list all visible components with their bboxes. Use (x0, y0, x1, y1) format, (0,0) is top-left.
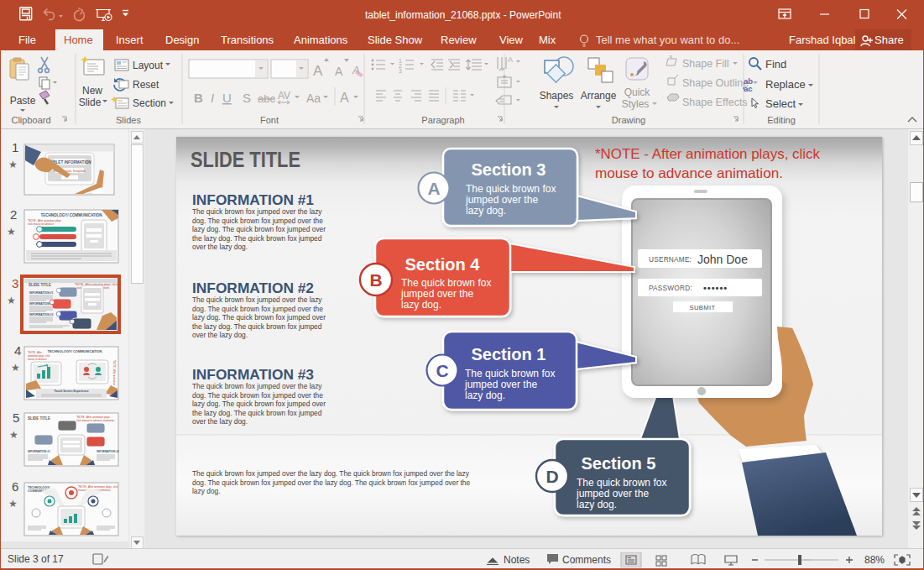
svg-text:Slides: Slides (116, 115, 141, 125)
svg-text:Clipboard: Clipboard (11, 115, 50, 125)
svg-text:2: 2 (10, 207, 17, 222)
svg-text:INFORMATION #1: INFORMATION #1 (192, 192, 314, 207)
svg-text:SLIDE TITLE: SLIDE TITLE (191, 148, 300, 171)
svg-text:Slide: Slide (79, 97, 102, 108)
svg-text:click mouse to advance animati: click mouse to advance animation. (76, 419, 115, 422)
svg-text:INFORMATION #2: INFORMATION #2 (192, 280, 314, 295)
svg-text:Paste: Paste (10, 95, 36, 107)
svg-text:4: 4 (14, 343, 21, 358)
svg-text:SLIDE TITLE: SLIDE TITLE (29, 283, 51, 287)
svg-text:★: ★ (8, 159, 18, 170)
svg-text:Section 5: Section 5 (582, 454, 656, 473)
svg-text:5: 5 (13, 411, 19, 425)
svg-text:Replace: Replace (765, 78, 806, 91)
svg-text:1: 1 (12, 140, 18, 154)
svg-text:*NOTE - After animation: *NOTE - After animation (112, 360, 116, 385)
svg-text:INFORMATION #1: INFORMATION #1 (29, 291, 53, 295)
svg-text:Find: Find (765, 58, 786, 71)
svg-text:PASSWORD:: PASSWORD: (649, 284, 692, 292)
svg-text:3: 3 (12, 276, 18, 290)
svg-text:New: New (82, 85, 102, 97)
svg-text:AV: AV (278, 90, 290, 102)
svg-text:★: ★ (11, 362, 20, 374)
svg-text:★: ★ (9, 429, 18, 441)
svg-text:mouse to advance: mouse to advance (28, 358, 47, 361)
svg-text:Shapes: Shapes (540, 90, 574, 102)
svg-text:USERNAME:: USERNAME: (649, 255, 692, 264)
svg-text:INFORMATION #3: INFORMATION #3 (192, 367, 314, 382)
svg-text:B: B (369, 270, 382, 290)
svg-text:click mouse to advance: click mouse to advance (28, 222, 55, 226)
svg-text:INFORMATION #1: INFORMATION #1 (28, 450, 50, 453)
svg-text:abc: abc (258, 92, 275, 105)
svg-text:A: A (335, 65, 343, 78)
svg-text:3: 3 (399, 68, 402, 74)
svg-text:TECHNOLOGY/ COMMUNICATION: TECHNOLOGY/ COMMUNICATION (40, 213, 102, 217)
svg-text:★: ★ (7, 295, 16, 306)
svg-text:Font: Font (260, 115, 279, 125)
svg-text:Drawing: Drawing (612, 115, 645, 125)
svg-text:Editing: Editing (767, 115, 796, 125)
svg-text:Aa: Aa (306, 92, 321, 105)
svg-text:INFORMATION #2: INFORMATION #2 (97, 450, 119, 453)
svg-text:Paragraph: Paragraph (421, 115, 464, 125)
svg-text:88%: 88% (864, 554, 885, 566)
svg-text:INFORMATION #3: INFORMATION #3 (29, 313, 53, 316)
svg-text:A: A (340, 91, 349, 105)
svg-text:Section 1: Section 1 (472, 345, 546, 363)
svg-text:Notes: Notes (504, 554, 530, 566)
svg-text:*NOTE - After animation plays,: *NOTE - After animation plays, click (595, 146, 821, 161)
svg-text:ac: ac (744, 84, 753, 93)
svg-text:Select: Select (765, 97, 796, 110)
svg-text:U: U (222, 91, 232, 105)
svg-text:★: ★ (8, 498, 18, 510)
svg-text:Section: Section (133, 97, 166, 109)
svg-text:John Doe: John Doe (697, 253, 748, 266)
svg-text:Shape Fill: Shape Fill (682, 58, 729, 70)
svg-text:mouse to advance animation.: mouse to advance animation. (595, 165, 783, 180)
svg-text:S: S (243, 91, 251, 105)
svg-text:SUBMIT: SUBMIT (689, 304, 715, 311)
svg-text:Section 3: Section 3 (472, 160, 546, 179)
svg-text:••••••: •••••• (703, 283, 728, 293)
svg-text:Styles: Styles (622, 98, 650, 110)
svg-text:B: B (194, 91, 203, 105)
svg-text:I: I (211, 91, 214, 105)
svg-text:Section 4: Section 4 (405, 255, 481, 274)
svg-text:Shape Effects: Shape Effects (682, 97, 748, 108)
svg-text:A: A (313, 63, 323, 79)
svg-text:SLIDE TITLE: SLIDE TITLE (28, 416, 50, 421)
svg-text:Quick: Quick (624, 86, 651, 98)
svg-text:Layout: Layout (133, 60, 164, 71)
svg-text:Shape Outline: Shape Outline (682, 77, 749, 89)
svg-text:6: 6 (12, 479, 18, 494)
svg-text:D: D (546, 467, 558, 486)
svg-text:Reset: Reset (133, 79, 159, 91)
svg-text:Comments: Comments (562, 554, 611, 566)
svg-text:Arrange: Arrange (581, 90, 617, 102)
svg-text:C: C (436, 361, 448, 380)
svg-text:A: A (427, 179, 440, 198)
svg-text:TECHNOLOGY/ COMMUNICATION: TECHNOLOGY/ COMMUNICATION (47, 349, 102, 353)
svg-text:★: ★ (7, 226, 16, 238)
svg-text:A: A (508, 55, 513, 64)
svg-text:Touch Screen Experience: Touch Screen Experience (54, 390, 88, 393)
